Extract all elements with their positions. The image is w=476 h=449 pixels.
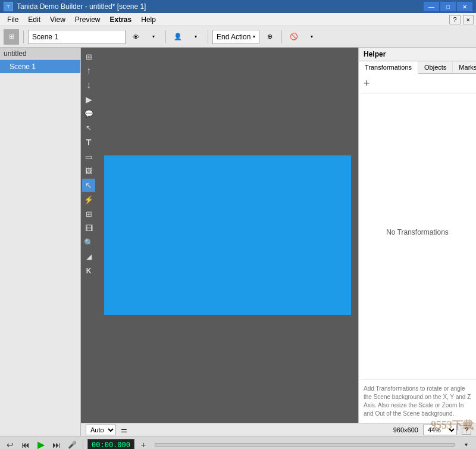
canvas-area[interactable] [96, 48, 358, 423]
scene-item-label: Scene 1 [10, 63, 36, 71]
select-button[interactable]: ↖ [82, 179, 95, 192]
timeline-controls: ↩ ⏮ ▶ ⏭ 🎤 00:00.000 + ▾ [0, 436, 476, 449]
help-icon[interactable]: ? [449, 15, 460, 24]
tl-end-button[interactable]: ⏭ [50, 438, 63, 450]
zoom-select[interactable]: 44% 100% 50% 25% [423, 425, 457, 435]
person-icon-button[interactable]: 👤 [170, 29, 186, 45]
k-button[interactable]: K [82, 264, 95, 277]
menu-edit[interactable]: Edit [23, 14, 45, 25]
canvas-bottom: Auto Fit Fill ⚌ 960x600 44% 100% 50% 25%… [81, 423, 476, 436]
title-text: Tanida Demo Builder - untitled* [scene 1… [17, 2, 146, 11]
helper-tabs: Transformations Objects Marks [359, 61, 476, 74]
root-label: untitled [4, 49, 27, 58]
helper-header: Helper [359, 48, 476, 61]
toolbar: ⊞ 👁 ▾ 👤 ▾ End Action ▾ ⊕ 🚫 ▾ [0, 26, 476, 48]
tab-transformations[interactable]: Transformations [359, 61, 418, 74]
main-area: untitled Scene 1 ⊞ ↑ ↓ ▶ 💬 ↖ T ▭ 🖼 ↖ ⚡ ⊞… [0, 48, 476, 436]
scene-name-input[interactable] [28, 30, 126, 44]
end-action-label: End Action [217, 33, 250, 41]
no-action-button[interactable]: 🚫 [286, 29, 302, 45]
zoom-button[interactable]: 🔍 [82, 236, 95, 249]
menu-extras[interactable]: Extras [105, 14, 137, 25]
no-transformations-label: No Transformations [386, 228, 449, 236]
text-button[interactable]: T [82, 136, 95, 149]
helper-panel: Helper Transformations Objects Marks + [358, 48, 476, 423]
maximize-button[interactable]: □ [440, 2, 456, 11]
tl-start-button[interactable]: ⏮ [19, 438, 32, 450]
scene-tree-header: untitled [0, 48, 80, 60]
canvas-row: ⊞ ↑ ↓ ▶ 💬 ↖ T ▭ 🖼 ↖ ⚡ ⊞ 🎞 🔍 ◢ K [81, 48, 476, 423]
scene-item[interactable]: Scene 1 [0, 60, 80, 73]
person-dropdown-button[interactable]: ▾ [188, 29, 203, 45]
app-icon: T [4, 2, 13, 11]
tab-marks[interactable]: Marks [453, 61, 476, 73]
center-area: ⊞ ↑ ↓ ▶ 💬 ↖ T ▭ 🖼 ↖ ⚡ ⊞ 🎞 🔍 ◢ K [81, 48, 476, 436]
helper-content: No Transformations [359, 94, 476, 379]
helper-title: Helper [364, 50, 386, 58]
tl-mic-button[interactable]: 🎤 [65, 438, 79, 450]
rect-button[interactable]: ▭ [82, 150, 95, 163]
menu-file[interactable]: File [2, 14, 23, 25]
time-display: 00:00.000 [87, 439, 134, 450]
grid-button[interactable]: ⊞ [82, 207, 95, 220]
extra-icon[interactable]: × [463, 15, 474, 24]
arrow-up-button[interactable]: ↑ [82, 64, 95, 77]
tl-settings-button[interactable]: ▾ [459, 438, 472, 450]
menu-view[interactable]: View [45, 14, 70, 25]
scene-grid-button[interactable]: ⊞ [82, 50, 95, 63]
timeline-area: ↩ ⏮ ▶ ⏭ 🎤 00:00.000 + ▾ ◄ ▲ 🔒 Cursors Ob [0, 436, 476, 449]
titlebar: T Tanida Demo Builder - untitled* [scene… [0, 0, 476, 13]
fill-button[interactable]: ◢ [82, 250, 95, 263]
image-button[interactable]: 🖼 [82, 164, 95, 177]
cursor-button[interactable]: ↖ [82, 121, 95, 135]
speech-button[interactable]: 💬 [82, 107, 95, 120]
view-dropdown-button[interactable]: ▾ [146, 29, 161, 45]
film-button[interactable]: 🎞 [82, 222, 95, 235]
canvas-preview [104, 155, 351, 315]
lightning-button[interactable]: ⚡ [82, 193, 95, 206]
left-toolbar: ⊞ ↑ ↓ ▶ 💬 ↖ T ▭ 🖼 ↖ ⚡ ⊞ 🎞 🔍 ◢ K [81, 48, 96, 423]
view-icon-button[interactable]: 👁 [128, 29, 143, 45]
menu-preview[interactable]: Preview [70, 14, 105, 25]
help-canvas-button[interactable]: ? [462, 425, 471, 435]
fit-icon: ⚌ [121, 426, 127, 434]
add-transformation-button[interactable]: + [359, 74, 476, 94]
no-action-dropdown-button[interactable]: ▾ [304, 29, 320, 45]
menubar: File Edit View Preview Extras Help ? × [0, 13, 476, 26]
tl-play-button[interactable]: ▶ [35, 438, 48, 450]
scene-view-button[interactable]: ⊞ [4, 29, 19, 45]
minimize-button[interactable]: — [424, 2, 439, 11]
action-extra-button[interactable]: ⊕ [262, 29, 277, 45]
close-button[interactable]: ✕ [457, 2, 472, 11]
play-button[interactable]: ▶ [82, 93, 95, 106]
arrow-down-button[interactable]: ↓ [82, 79, 95, 92]
tl-add-button[interactable]: + [137, 438, 150, 450]
end-action-arrow: ▾ [253, 34, 255, 39]
helper-description: Add Transformations to rotate or angle t… [359, 379, 476, 423]
resolution-label: 960x600 [393, 426, 418, 434]
tab-objects[interactable]: Objects [418, 61, 453, 73]
end-action-dropdown[interactable]: End Action ▾ [212, 30, 259, 44]
fit-select[interactable]: Auto Fit Fill [86, 425, 116, 435]
tl-back-button[interactable]: ↩ [4, 438, 17, 450]
menu-help[interactable]: Help [136, 14, 161, 25]
scene-panel: untitled Scene 1 [0, 48, 81, 436]
